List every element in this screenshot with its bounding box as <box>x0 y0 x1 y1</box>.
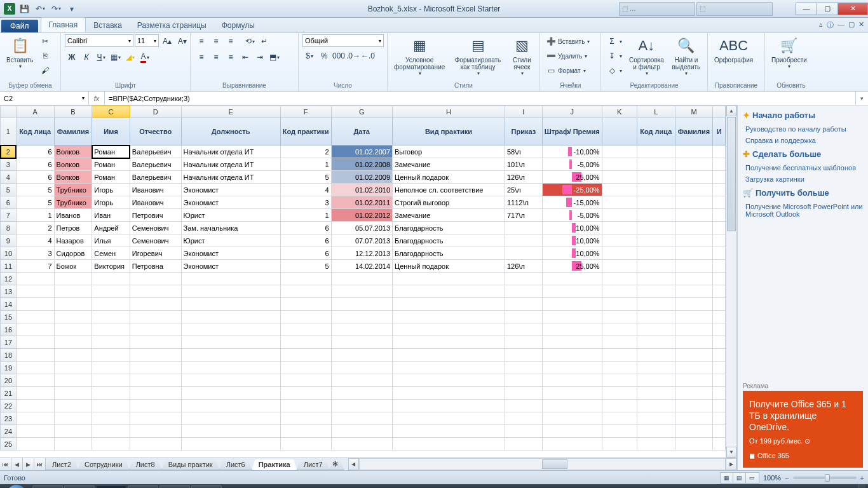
cell[interactable] <box>331 311 393 323</box>
maximize-button[interactable]: ▢ <box>817 3 838 15</box>
row-header[interactable]: 15 <box>1 311 17 323</box>
sheet-tab[interactable]: Сотрудники <box>78 459 130 470</box>
doc-restore-icon[interactable]: ▢ <box>848 20 855 30</box>
cell[interactable] <box>675 374 713 387</box>
cell[interactable]: Выговор <box>393 146 505 158</box>
cell[interactable]: Иванович <box>130 184 181 196</box>
cell[interactable] <box>181 349 280 362</box>
cell[interactable] <box>16 362 54 374</box>
paste-button[interactable]: 📋 Вставить ▾ <box>4 34 36 71</box>
cell[interactable]: 5 <box>280 260 331 273</box>
cell[interactable]: Ценный подарок <box>393 171 505 184</box>
cell[interactable] <box>393 336 505 349</box>
cell[interactable]: 5 <box>16 184 54 196</box>
cell[interactable] <box>54 438 92 451</box>
file-tab[interactable]: Файл <box>1 20 38 32</box>
cell[interactable]: 6 <box>280 247 331 260</box>
row-header[interactable]: 1 <box>1 118 17 146</box>
tab-home[interactable]: Главная <box>41 17 86 32</box>
fill-color-button[interactable]: ◢▾ <box>123 50 137 64</box>
cell[interactable]: 7 <box>16 260 54 273</box>
cell[interactable] <box>637 374 675 387</box>
taskbar-chrome[interactable]: ◉ <box>64 485 95 488</box>
page-layout-button[interactable]: ▤ <box>733 473 746 483</box>
cell[interactable] <box>181 438 280 451</box>
row-header[interactable]: 25 <box>1 438 17 451</box>
cell[interactable] <box>331 412 393 425</box>
border-button[interactable]: ▦▾ <box>109 50 123 64</box>
cell[interactable]: Волков <box>54 146 92 158</box>
cell[interactable] <box>16 273 54 285</box>
row-header[interactable]: 20 <box>1 374 17 387</box>
cell[interactable] <box>602 273 637 285</box>
cell[interactable] <box>505 374 542 387</box>
cell[interactable] <box>542 412 602 425</box>
sheet-tab[interactable]: Лист2 <box>45 459 78 470</box>
cell[interactable] <box>181 362 280 374</box>
zoom-thumb[interactable] <box>825 474 830 482</box>
cell[interactable] <box>280 336 331 349</box>
header-cell[interactable]: Должность <box>181 118 280 146</box>
row-header[interactable]: 8 <box>1 222 17 234</box>
cell[interactable] <box>92 425 130 438</box>
cell[interactable]: Экономист <box>181 247 280 260</box>
align-middle-button[interactable]: ≡ <box>209 34 223 48</box>
scroll-down-button[interactable]: ▼ <box>726 447 736 458</box>
cell[interactable]: 101\л <box>505 158 542 171</box>
taskbar-media[interactable]: ▶ <box>128 485 158 488</box>
align-left-button[interactable]: ≡ <box>194 50 208 64</box>
font-color-button[interactable]: A▾ <box>138 50 152 64</box>
cell[interactable]: 01.02.2011 <box>331 196 393 209</box>
cell[interactable]: Трубнико <box>54 196 92 209</box>
cell[interactable] <box>542 400 602 412</box>
cell[interactable]: Виктория <box>92 260 130 273</box>
cell[interactable] <box>92 336 130 349</box>
row-header[interactable]: 10 <box>1 247 17 260</box>
spelling-button[interactable]: ABCОрфография <box>712 34 756 65</box>
cell[interactable]: -5,00% <box>542 158 602 171</box>
hscroll-track[interactable] <box>359 458 726 470</box>
cell[interactable] <box>675 285 713 298</box>
cell[interactable] <box>54 400 92 412</box>
cell[interactable] <box>54 273 92 285</box>
cell[interactable]: Петровна <box>130 260 181 273</box>
cell[interactable] <box>675 311 713 323</box>
cell[interactable]: Трубнико <box>54 184 92 196</box>
align-top-button[interactable]: ≡ <box>194 34 208 48</box>
cell[interactable]: 25\л <box>505 184 542 196</box>
cell[interactable] <box>280 438 331 451</box>
cell[interactable] <box>713 400 726 412</box>
cell[interactable]: -10,00% <box>542 146 602 158</box>
cell[interactable] <box>181 285 280 298</box>
cell[interactable] <box>602 412 637 425</box>
qat-customize-icon[interactable]: ▾ <box>65 3 79 15</box>
row-header[interactable]: 22 <box>1 400 17 412</box>
cell[interactable] <box>130 438 181 451</box>
format-as-table-button[interactable]: ▤Форматировать как таблицу▾ <box>450 34 505 78</box>
new-sheet-button[interactable]: ✻ <box>329 459 344 470</box>
cell[interactable]: Петров <box>54 222 92 234</box>
cell[interactable] <box>505 412 542 425</box>
select-all-button[interactable] <box>1 106 17 118</box>
format-cells-button[interactable]: ▭Формат▾ <box>544 64 597 78</box>
font-name-combo[interactable]: Calibri▾ <box>65 34 133 47</box>
cell[interactable] <box>675 412 713 425</box>
cell[interactable] <box>181 298 280 311</box>
orientation-button[interactable]: ⟲▾ <box>243 34 257 48</box>
col-header[interactable]: B <box>54 106 92 118</box>
taskbar-app[interactable]: ◪ <box>32 485 63 488</box>
cell[interactable] <box>181 311 280 323</box>
cell[interactable] <box>602 336 637 349</box>
cell[interactable] <box>16 438 54 451</box>
cell[interactable]: Зам. начальника <box>181 222 280 234</box>
cell[interactable] <box>54 298 92 311</box>
cell[interactable]: 6 <box>16 146 54 158</box>
help-icon[interactable]: ⓘ <box>827 20 834 30</box>
cell[interactable] <box>331 336 393 349</box>
hscroll-thumb[interactable] <box>542 459 567 469</box>
cell[interactable] <box>130 362 181 374</box>
sheet-tab[interactable]: Лист7 <box>297 459 330 470</box>
cell[interactable]: Юрист <box>181 234 280 247</box>
cell[interactable] <box>602 387 637 400</box>
cell[interactable]: Замечание <box>393 158 505 171</box>
